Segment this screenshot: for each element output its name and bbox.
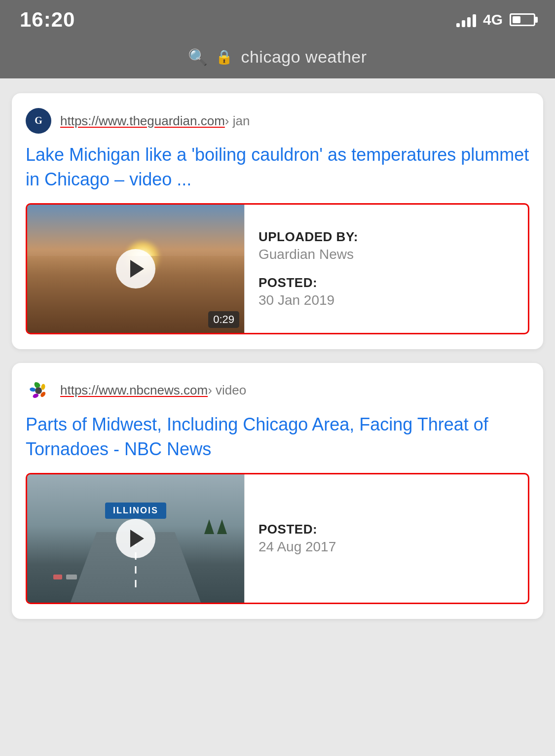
card-header-guardian: G https://www.theguardian.com › jan xyxy=(26,108,529,134)
result-card-nbc: https://www.nbcnews.com › video Parts of… xyxy=(12,363,543,619)
guardian-domain: https://www.theguardian.com xyxy=(60,113,225,129)
nbc-tree-2 xyxy=(217,519,227,534)
nbc-cars xyxy=(53,575,77,579)
nbc-car-1 xyxy=(53,575,62,579)
guardian-posted-row: POSTED: 30 Jan 2019 xyxy=(259,275,514,308)
status-time: 16:20 xyxy=(20,8,75,32)
nbc-trees xyxy=(204,519,227,534)
svg-point-7 xyxy=(30,387,36,392)
guardian-uploaded-by-row: UPLOADED BY: Guardian News xyxy=(259,229,514,262)
nbc-posted-label: POSTED: xyxy=(259,522,514,537)
nbc-posted-value: 24 Aug 2017 xyxy=(259,539,514,555)
guardian-video-box: 0:29 UPLOADED BY: Guardian News POSTED: … xyxy=(26,203,529,334)
guardian-video-meta: UPLOADED BY: Guardian News POSTED: 30 Ja… xyxy=(244,205,528,333)
nbc-url-block: https://www.nbcnews.com › video xyxy=(60,383,246,398)
signal-bars-icon xyxy=(456,12,476,27)
nbc-peacock-svg xyxy=(28,380,49,401)
status-icons: 4G xyxy=(456,11,535,28)
nbc-domain: https://www.nbcnews.com xyxy=(60,383,208,398)
play-triangle-icon xyxy=(130,260,144,278)
nbc-video-meta: POSTED: 24 Aug 2017 xyxy=(244,474,528,603)
guardian-url[interactable]: https://www.theguardian.com › jan xyxy=(60,113,250,129)
guardian-play-button[interactable] xyxy=(116,249,155,288)
network-type-label: 4G xyxy=(483,11,503,28)
battery-icon xyxy=(510,13,535,26)
guardian-posted-label: POSTED: xyxy=(259,275,514,290)
status-bar: 16:20 4G xyxy=(0,0,555,39)
svg-text:G: G xyxy=(35,115,42,126)
guardian-path: › jan xyxy=(225,113,250,129)
nbc-play-button[interactable] xyxy=(116,519,155,558)
guardian-logo: G xyxy=(26,108,51,134)
card-header-nbc: https://www.nbcnews.com › video xyxy=(26,378,529,403)
nbc-title[interactable]: Parts of Midwest, Including Chicago Area… xyxy=(26,412,529,462)
nbc-url[interactable]: https://www.nbcnews.com › video xyxy=(60,383,246,398)
nbc-path: › video xyxy=(208,383,246,398)
svg-point-9 xyxy=(36,388,41,394)
nbc-car-2 xyxy=(66,575,77,579)
illinois-sign: ILLINOIS xyxy=(105,503,166,519)
guardian-uploaded-by-value: Guardian News xyxy=(259,247,514,262)
result-card-guardian: G https://www.theguardian.com › jan Lake… xyxy=(12,93,543,349)
guardian-posted-value: 30 Jan 2019 xyxy=(259,292,514,308)
nbc-tree-1 xyxy=(204,519,214,534)
guardian-uploaded-by-label: UPLOADED BY: xyxy=(259,229,514,245)
guardian-logo-svg: G xyxy=(30,112,47,130)
lock-icon: 🔒 xyxy=(216,49,233,65)
play-triangle-icon xyxy=(130,530,144,547)
nbc-logo xyxy=(26,378,51,403)
guardian-video-thumbnail[interactable]: 0:29 xyxy=(27,205,244,333)
search-results: G https://www.theguardian.com › jan Lake… xyxy=(0,78,555,634)
guardian-title[interactable]: Lake Michigan like a 'boiling cauldron' … xyxy=(26,143,529,192)
search-icon: 🔍 xyxy=(188,48,208,67)
search-bar: 🔍 🔒 chicago weather xyxy=(0,39,555,78)
guardian-duration-badge: 0:29 xyxy=(208,311,239,328)
guardian-url-block: https://www.theguardian.com › jan xyxy=(60,113,250,129)
nbc-posted-row: POSTED: 24 Aug 2017 xyxy=(259,522,514,555)
nbc-video-thumbnail[interactable]: ILLINOIS xyxy=(27,474,244,603)
search-query-text[interactable]: chicago weather xyxy=(241,47,367,67)
nbc-video-box: ILLINOIS POSTED: 24 Aug 2017 xyxy=(26,473,529,604)
